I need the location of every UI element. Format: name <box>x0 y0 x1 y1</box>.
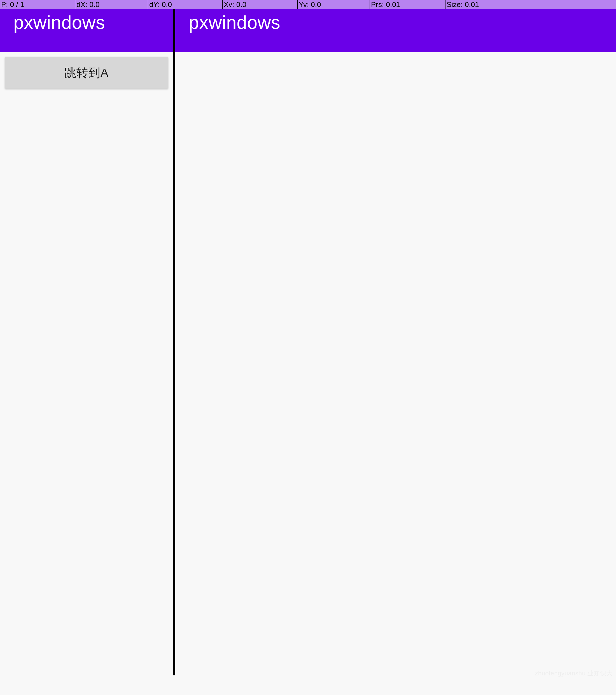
left-toolbar: pxwindows <box>0 8 173 52</box>
debug-dy: dY: 0.0 <box>148 0 222 9</box>
debug-dx: dX: 0.0 <box>75 0 148 9</box>
watermark: zhuofengyuanshu 业知识大 <box>535 669 613 678</box>
left-content: 跳转到A <box>0 52 173 675</box>
left-app-title: pxwindows <box>14 12 105 33</box>
debug-prs: Prs: 0.01 <box>370 0 445 9</box>
jump-to-a-button[interactable]: 跳转到A <box>5 57 168 88</box>
left-pane: pxwindows 跳转到A <box>0 0 173 675</box>
right-content <box>175 52 616 675</box>
right-app-title: pxwindows <box>189 12 280 33</box>
debug-xv: Xv: 0.0 <box>222 0 297 9</box>
debug-size: Size: 0.01 <box>445 0 616 9</box>
split-screen: pxwindows 跳转到A pxwindows <box>0 0 616 675</box>
debug-p: P: 0 / 1 <box>0 0 75 9</box>
pointer-debug-bar: P: 0 / 1 dX: 0.0 dY: 0.0 Xv: 0.0 Yv: 0.0… <box>0 0 616 9</box>
split-divider[interactable] <box>173 0 175 675</box>
debug-yv: Yv: 0.0 <box>297 0 370 9</box>
right-toolbar: pxwindows <box>175 8 616 52</box>
right-pane: pxwindows <box>175 0 616 675</box>
